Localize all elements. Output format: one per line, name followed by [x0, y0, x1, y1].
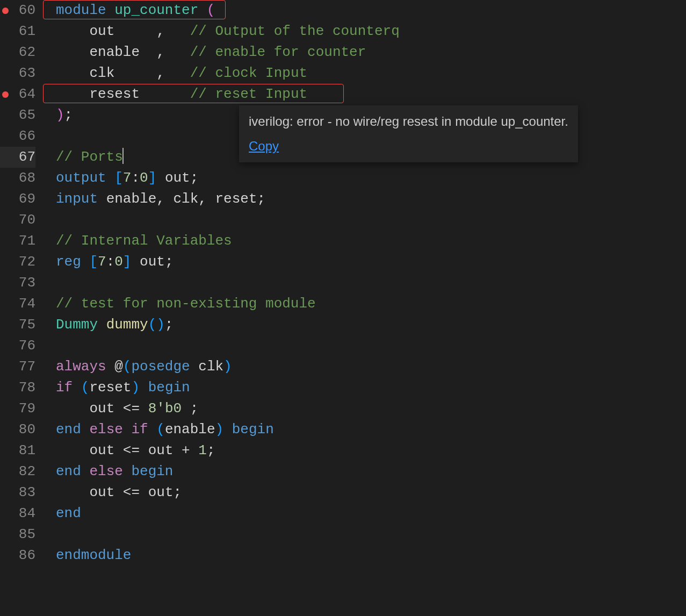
line-number[interactable]: 77 [0, 356, 35, 377]
line-number[interactable]: 62 [0, 42, 35, 63]
code-token [114, 484, 123, 500]
tooltip-message: iverilog: error - no wire/reg resest in … [249, 112, 568, 131]
code-line[interactable] [56, 335, 686, 356]
code-token: out [140, 254, 165, 270]
line-number[interactable]: 66 [0, 126, 35, 147]
code-token [140, 442, 148, 459]
code-editor: 6061626364656667686970717273747576777879… [0, 0, 686, 616]
code-line[interactable]: // test for non-existing module [56, 293, 686, 314]
code-token: // test for non-existing module [56, 296, 316, 312]
line-number-gutter[interactable]: 6061626364656667686970717273747576777879… [0, 0, 43, 616]
code-line[interactable] [56, 524, 686, 545]
line-number[interactable]: 69 [0, 189, 35, 210]
code-line[interactable]: if (reset) begin [56, 377, 686, 398]
code-area[interactable]: iverilog: error - no wire/reg resest in … [43, 0, 686, 616]
code-line[interactable] [56, 273, 686, 293]
line-number[interactable]: 86 [0, 545, 35, 566]
line-number[interactable]: 65 [0, 105, 35, 126]
code-line[interactable]: endmodule [56, 545, 686, 566]
code-line[interactable]: input enable, clk, reset; [56, 189, 686, 210]
line-number[interactable]: 60 [0, 0, 35, 21]
code-token [81, 421, 90, 438]
line-number[interactable]: 67 [0, 147, 35, 168]
code-token: begin [232, 421, 274, 438]
error-dot-icon[interactable] [2, 91, 9, 98]
line-number[interactable]: 74 [0, 293, 35, 314]
line-number[interactable]: 82 [0, 461, 35, 482]
code-token: input [56, 191, 98, 207]
code-token [140, 484, 148, 500]
code-line[interactable]: out <= 8'b0 ; [56, 398, 686, 419]
line-number[interactable]: 70 [0, 210, 35, 231]
code-line[interactable]: out <= out + 1; [56, 440, 686, 461]
code-line[interactable]: resest // reset Input [56, 84, 686, 105]
code-token [190, 442, 199, 459]
code-token: : [106, 254, 115, 270]
code-token: , [156, 65, 165, 81]
code-token [173, 442, 182, 459]
code-token: 8'b0 [148, 400, 182, 417]
code-token: dummy [106, 317, 148, 333]
tooltip-copy-link[interactable]: Copy [249, 139, 279, 153]
error-dot-icon[interactable] [2, 8, 9, 14]
line-number[interactable]: 73 [0, 273, 35, 293]
code-token: if [131, 421, 148, 438]
code-token: begin [131, 463, 173, 479]
code-token: Dummy [56, 317, 98, 333]
code-token: enable [106, 191, 157, 207]
code-token: ; [165, 254, 174, 270]
code-token [98, 317, 106, 333]
code-token [165, 44, 190, 60]
text-cursor [122, 148, 124, 164]
code-token: // enable for counter [190, 44, 366, 60]
line-number[interactable]: 81 [0, 440, 35, 461]
code-line[interactable]: reg [7:0] out; [56, 252, 686, 273]
code-line[interactable]: Dummy dummy(); [56, 314, 686, 335]
code-line[interactable]: clk , // clock Input [56, 63, 686, 84]
code-line[interactable]: enable , // enable for counter [56, 42, 686, 63]
line-number[interactable]: 61 [0, 21, 35, 42]
line-number[interactable]: 78 [0, 377, 35, 398]
line-number[interactable]: 68 [0, 168, 35, 189]
line-number[interactable]: 75 [0, 314, 35, 335]
code-token: @ [114, 359, 123, 375]
line-number[interactable]: 76 [0, 335, 35, 356]
code-line[interactable]: module up_counter ( [56, 0, 686, 21]
code-token: else [89, 463, 122, 479]
code-line[interactable] [56, 210, 686, 231]
line-number[interactable]: 64 [0, 84, 35, 105]
code-token: <= [123, 442, 140, 459]
line-number[interactable]: 84 [0, 503, 35, 524]
code-token: out [89, 23, 156, 39]
line-number[interactable]: 79 [0, 398, 35, 419]
code-token: , [198, 191, 207, 207]
line-number[interactable]: 80 [0, 419, 35, 440]
code-token: [ [89, 254, 98, 270]
code-line[interactable]: // Internal Variables [56, 231, 686, 252]
code-line[interactable]: always @(posedge clk) [56, 356, 686, 377]
code-line[interactable]: out , // Output of the counterq [56, 21, 686, 42]
code-line[interactable]: end [56, 503, 686, 524]
code-token [114, 400, 123, 417]
code-token [56, 484, 89, 500]
code-token: 7 [123, 170, 132, 186]
line-number[interactable]: 83 [0, 482, 35, 503]
code-line[interactable]: end else if (enable) begin [56, 419, 686, 440]
code-token: ; [207, 442, 215, 459]
code-token: out [165, 170, 190, 186]
code-token: begin [148, 379, 190, 396]
code-token: out [89, 442, 114, 459]
code-token [106, 359, 115, 375]
code-token [106, 170, 115, 186]
line-number[interactable]: 85 [0, 524, 35, 545]
line-number[interactable]: 63 [0, 63, 35, 84]
code-line[interactable]: end else begin [56, 461, 686, 482]
code-token: end [56, 505, 81, 521]
line-number[interactable]: 72 [0, 252, 35, 273]
line-number[interactable]: 71 [0, 231, 35, 252]
code-token: clk [89, 65, 156, 81]
code-line[interactable]: out <= out; [56, 482, 686, 503]
code-line[interactable]: output [7:0] out; [56, 168, 686, 189]
code-token: ; [173, 484, 182, 500]
code-token: output [56, 170, 106, 186]
